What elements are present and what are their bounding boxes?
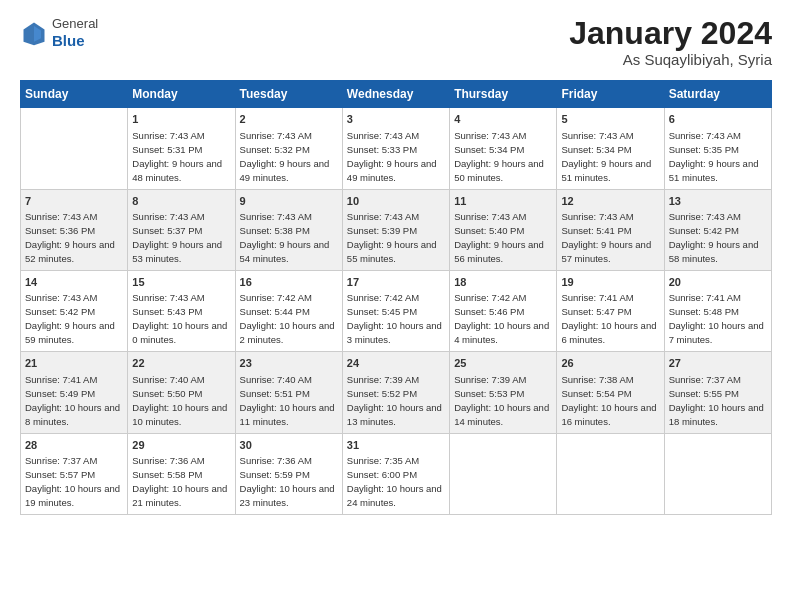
day-info: Sunrise: 7:36 AMSunset: 5:58 PMDaylight:… bbox=[132, 455, 227, 508]
day-info: Sunrise: 7:39 AMSunset: 5:52 PMDaylight:… bbox=[347, 374, 442, 427]
logo-general: General bbox=[52, 16, 98, 32]
calendar-cell: 22Sunrise: 7:40 AMSunset: 5:50 PMDayligh… bbox=[128, 352, 235, 433]
day-number: 14 bbox=[25, 275, 123, 290]
calendar-cell: 13Sunrise: 7:43 AMSunset: 5:42 PMDayligh… bbox=[664, 189, 771, 270]
day-number: 21 bbox=[25, 356, 123, 371]
day-number: 26 bbox=[561, 356, 659, 371]
calendar-cell: 23Sunrise: 7:40 AMSunset: 5:51 PMDayligh… bbox=[235, 352, 342, 433]
calendar-cell: 26Sunrise: 7:38 AMSunset: 5:54 PMDayligh… bbox=[557, 352, 664, 433]
col-friday: Friday bbox=[557, 81, 664, 108]
day-number: 6 bbox=[669, 112, 767, 127]
day-number: 18 bbox=[454, 275, 552, 290]
day-number: 2 bbox=[240, 112, 338, 127]
week-row-5: 28Sunrise: 7:37 AMSunset: 5:57 PMDayligh… bbox=[21, 433, 772, 514]
calendar-cell: 12Sunrise: 7:43 AMSunset: 5:41 PMDayligh… bbox=[557, 189, 664, 270]
day-number: 23 bbox=[240, 356, 338, 371]
calendar-cell: 20Sunrise: 7:41 AMSunset: 5:48 PMDayligh… bbox=[664, 270, 771, 351]
calendar-cell: 27Sunrise: 7:37 AMSunset: 5:55 PMDayligh… bbox=[664, 352, 771, 433]
col-wednesday: Wednesday bbox=[342, 81, 449, 108]
day-info: Sunrise: 7:40 AMSunset: 5:50 PMDaylight:… bbox=[132, 374, 227, 427]
day-info: Sunrise: 7:42 AMSunset: 5:45 PMDaylight:… bbox=[347, 292, 442, 345]
calendar-cell: 28Sunrise: 7:37 AMSunset: 5:57 PMDayligh… bbox=[21, 433, 128, 514]
calendar-cell: 17Sunrise: 7:42 AMSunset: 5:45 PMDayligh… bbox=[342, 270, 449, 351]
logo: General Blue bbox=[20, 16, 98, 50]
day-number: 9 bbox=[240, 194, 338, 209]
day-info: Sunrise: 7:39 AMSunset: 5:53 PMDaylight:… bbox=[454, 374, 549, 427]
day-number: 30 bbox=[240, 438, 338, 453]
calendar-cell: 6Sunrise: 7:43 AMSunset: 5:35 PMDaylight… bbox=[664, 108, 771, 189]
col-saturday: Saturday bbox=[664, 81, 771, 108]
day-info: Sunrise: 7:43 AMSunset: 5:37 PMDaylight:… bbox=[132, 211, 222, 264]
calendar-cell: 4Sunrise: 7:43 AMSunset: 5:34 PMDaylight… bbox=[450, 108, 557, 189]
calendar-cell: 15Sunrise: 7:43 AMSunset: 5:43 PMDayligh… bbox=[128, 270, 235, 351]
week-row-2: 7Sunrise: 7:43 AMSunset: 5:36 PMDaylight… bbox=[21, 189, 772, 270]
day-info: Sunrise: 7:43 AMSunset: 5:34 PMDaylight:… bbox=[454, 130, 544, 183]
week-row-4: 21Sunrise: 7:41 AMSunset: 5:49 PMDayligh… bbox=[21, 352, 772, 433]
day-number: 12 bbox=[561, 194, 659, 209]
day-info: Sunrise: 7:41 AMSunset: 5:48 PMDaylight:… bbox=[669, 292, 764, 345]
day-number: 11 bbox=[454, 194, 552, 209]
main-container: General Blue January 2024 As Suqaylibiya… bbox=[0, 0, 792, 525]
day-number: 8 bbox=[132, 194, 230, 209]
day-number: 25 bbox=[454, 356, 552, 371]
day-info: Sunrise: 7:42 AMSunset: 5:46 PMDaylight:… bbox=[454, 292, 549, 345]
day-number: 28 bbox=[25, 438, 123, 453]
day-number: 22 bbox=[132, 356, 230, 371]
day-info: Sunrise: 7:43 AMSunset: 5:42 PMDaylight:… bbox=[25, 292, 115, 345]
calendar-cell: 10Sunrise: 7:43 AMSunset: 5:39 PMDayligh… bbox=[342, 189, 449, 270]
day-info: Sunrise: 7:43 AMSunset: 5:41 PMDaylight:… bbox=[561, 211, 651, 264]
day-info: Sunrise: 7:43 AMSunset: 5:31 PMDaylight:… bbox=[132, 130, 222, 183]
day-info: Sunrise: 7:43 AMSunset: 5:34 PMDaylight:… bbox=[561, 130, 651, 183]
logo-text: General Blue bbox=[52, 16, 98, 50]
calendar-cell bbox=[450, 433, 557, 514]
calendar-cell: 5Sunrise: 7:43 AMSunset: 5:34 PMDaylight… bbox=[557, 108, 664, 189]
day-number: 3 bbox=[347, 112, 445, 127]
day-number: 24 bbox=[347, 356, 445, 371]
header: General Blue January 2024 As Suqaylibiya… bbox=[20, 16, 772, 68]
calendar-cell: 9Sunrise: 7:43 AMSunset: 5:38 PMDaylight… bbox=[235, 189, 342, 270]
day-info: Sunrise: 7:38 AMSunset: 5:54 PMDaylight:… bbox=[561, 374, 656, 427]
day-info: Sunrise: 7:41 AMSunset: 5:47 PMDaylight:… bbox=[561, 292, 656, 345]
calendar-cell: 24Sunrise: 7:39 AMSunset: 5:52 PMDayligh… bbox=[342, 352, 449, 433]
day-info: Sunrise: 7:35 AMSunset: 6:00 PMDaylight:… bbox=[347, 455, 442, 508]
day-number: 15 bbox=[132, 275, 230, 290]
day-number: 31 bbox=[347, 438, 445, 453]
logo-icon bbox=[20, 19, 48, 47]
calendar-cell: 30Sunrise: 7:36 AMSunset: 5:59 PMDayligh… bbox=[235, 433, 342, 514]
day-info: Sunrise: 7:43 AMSunset: 5:40 PMDaylight:… bbox=[454, 211, 544, 264]
calendar-cell bbox=[664, 433, 771, 514]
day-number: 13 bbox=[669, 194, 767, 209]
column-headers: Sunday Monday Tuesday Wednesday Thursday… bbox=[21, 81, 772, 108]
day-info: Sunrise: 7:43 AMSunset: 5:36 PMDaylight:… bbox=[25, 211, 115, 264]
title-block: January 2024 As Suqaylibiyah, Syria bbox=[569, 16, 772, 68]
calendar-cell: 8Sunrise: 7:43 AMSunset: 5:37 PMDaylight… bbox=[128, 189, 235, 270]
page-subtitle: As Suqaylibiyah, Syria bbox=[569, 51, 772, 68]
col-sunday: Sunday bbox=[21, 81, 128, 108]
calendar-cell: 7Sunrise: 7:43 AMSunset: 5:36 PMDaylight… bbox=[21, 189, 128, 270]
day-info: Sunrise: 7:41 AMSunset: 5:49 PMDaylight:… bbox=[25, 374, 120, 427]
day-number: 20 bbox=[669, 275, 767, 290]
calendar-cell: 31Sunrise: 7:35 AMSunset: 6:00 PMDayligh… bbox=[342, 433, 449, 514]
calendar-cell: 19Sunrise: 7:41 AMSunset: 5:47 PMDayligh… bbox=[557, 270, 664, 351]
day-number: 19 bbox=[561, 275, 659, 290]
col-monday: Monday bbox=[128, 81, 235, 108]
calendar-cell: 21Sunrise: 7:41 AMSunset: 5:49 PMDayligh… bbox=[21, 352, 128, 433]
day-number: 16 bbox=[240, 275, 338, 290]
day-number: 29 bbox=[132, 438, 230, 453]
day-info: Sunrise: 7:43 AMSunset: 5:35 PMDaylight:… bbox=[669, 130, 759, 183]
col-thursday: Thursday bbox=[450, 81, 557, 108]
day-info: Sunrise: 7:43 AMSunset: 5:43 PMDaylight:… bbox=[132, 292, 227, 345]
calendar-cell: 1Sunrise: 7:43 AMSunset: 5:31 PMDaylight… bbox=[128, 108, 235, 189]
calendar-cell: 2Sunrise: 7:43 AMSunset: 5:32 PMDaylight… bbox=[235, 108, 342, 189]
calendar-cell: 11Sunrise: 7:43 AMSunset: 5:40 PMDayligh… bbox=[450, 189, 557, 270]
calendar-cell bbox=[21, 108, 128, 189]
day-number: 1 bbox=[132, 112, 230, 127]
day-number: 17 bbox=[347, 275, 445, 290]
calendar-cell: 3Sunrise: 7:43 AMSunset: 5:33 PMDaylight… bbox=[342, 108, 449, 189]
calendar-cell: 14Sunrise: 7:43 AMSunset: 5:42 PMDayligh… bbox=[21, 270, 128, 351]
day-number: 4 bbox=[454, 112, 552, 127]
day-info: Sunrise: 7:36 AMSunset: 5:59 PMDaylight:… bbox=[240, 455, 335, 508]
day-info: Sunrise: 7:43 AMSunset: 5:38 PMDaylight:… bbox=[240, 211, 330, 264]
day-info: Sunrise: 7:40 AMSunset: 5:51 PMDaylight:… bbox=[240, 374, 335, 427]
page-title: January 2024 bbox=[569, 16, 772, 51]
